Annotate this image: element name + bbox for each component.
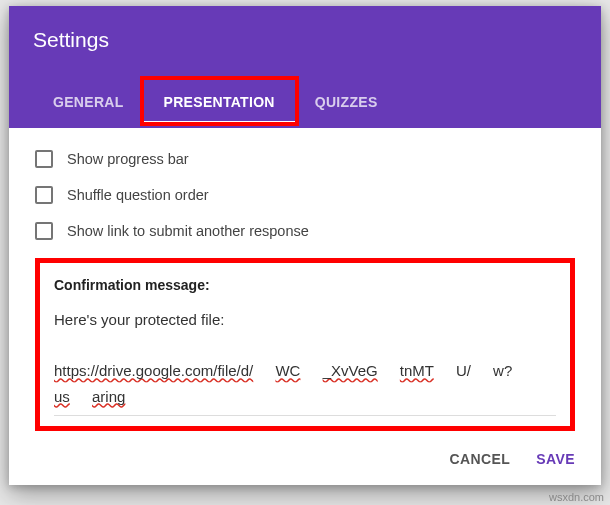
confirmation-message-input[interactable]: Here's your protected file: https://driv…: [54, 307, 556, 416]
cancel-button[interactable]: CANCEL: [450, 451, 511, 467]
dialog-body: Show progress bar Shuffle question order…: [9, 128, 601, 435]
tab-presentation[interactable]: PRESENTATION: [144, 80, 295, 124]
dialog-header: Settings GENERAL PRESENTATION QUIZZES: [9, 6, 601, 128]
tab-general[interactable]: GENERAL: [33, 80, 144, 124]
watermark: wsxdn.com: [549, 491, 604, 503]
confirm-url-line-2: us aring: [54, 388, 125, 405]
tab-quizzes[interactable]: QUIZZES: [295, 80, 398, 124]
dialog-title: Settings: [33, 28, 577, 52]
option-label: Shuffle question order: [67, 187, 209, 203]
tab-label: PRESENTATION: [164, 94, 275, 110]
settings-dialog: Settings GENERAL PRESENTATION QUIZZES Sh…: [9, 6, 601, 485]
checkbox-shuffle[interactable]: [35, 186, 53, 204]
checkbox-showlink[interactable]: [35, 222, 53, 240]
save-button[interactable]: SAVE: [536, 451, 575, 467]
dialog-footer: CANCEL SAVE: [9, 435, 601, 485]
annotation-highlight-box: Confirmation message: Here's your protec…: [35, 258, 575, 431]
tab-bar: GENERAL PRESENTATION QUIZZES: [33, 80, 577, 124]
checkbox-progress[interactable]: [35, 150, 53, 168]
confirm-url-line: https://drive.google.com/file/d/ WC _XvV…: [54, 362, 512, 379]
option-row-showlink: Show link to submit another response: [35, 222, 575, 240]
option-row-progress: Show progress bar: [35, 150, 575, 168]
option-label: Show progress bar: [67, 151, 189, 167]
option-label: Show link to submit another response: [67, 223, 309, 239]
confirm-line-1: Here's your protected file:: [54, 307, 556, 333]
active-tab-underline: [144, 121, 295, 124]
option-row-shuffle: Shuffle question order: [35, 186, 575, 204]
confirmation-label: Confirmation message:: [54, 277, 556, 293]
